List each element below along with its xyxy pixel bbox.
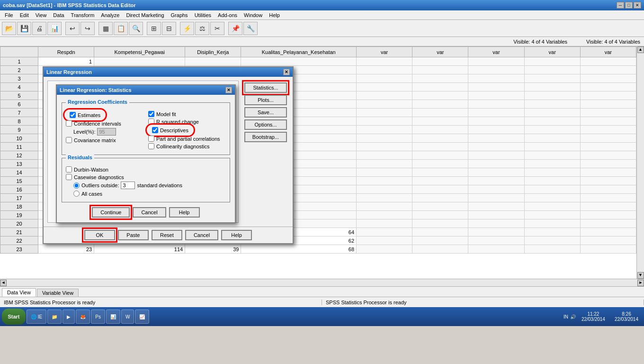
stats-close-button[interactable]: ✕: [225, 87, 232, 93]
collinearity-checkbox[interactable]: [148, 143, 154, 149]
stats-dialog-title: Linear Regression: Statistics ✕: [57, 85, 235, 95]
estimates-checkbox-wrapper: Estimates: [66, 111, 104, 119]
all-cases-radio[interactable]: [73, 191, 80, 197]
stats-dialog-buttons: Continue Cancel Help: [62, 207, 230, 218]
lr-dialog-title: Linear Regression ✕: [44, 67, 293, 77]
r-squared-checkbox[interactable]: [148, 118, 154, 125]
lr-ok-button[interactable]: OK: [84, 230, 115, 240]
dialog-overlay: Linear Regression ✕ Statistics... Plots.…: [0, 0, 644, 364]
part-partial-checkbox[interactable]: [148, 136, 154, 142]
all-cases-label: All cases: [81, 191, 102, 197]
lr-cancel-button[interactable]: Cancel: [185, 230, 218, 240]
regression-coeff-label: Regression Coefficients: [66, 99, 129, 105]
estimates-label: Estimates: [78, 112, 100, 118]
confidence-intervals-label: Confidence intervals: [74, 121, 121, 127]
outliers-radio[interactable]: [73, 182, 80, 189]
regression-coefficients-group: Regression Coefficients Estimates Confid…: [62, 102, 230, 155]
descriptives-checkbox-wrapper: Descriptives: [148, 126, 192, 134]
statistics-dialog: Linear Regression: Statistics ✕ Regressi…: [56, 84, 236, 223]
level-input[interactable]: [97, 128, 116, 136]
bootstrap-button[interactable]: Bootstrap...: [244, 132, 287, 142]
residuals-label: Residuals: [66, 155, 94, 160]
plots-button[interactable]: Plots...: [244, 95, 287, 105]
lr-paste-button[interactable]: Paste: [118, 230, 149, 240]
covariance-matrix-label: Covariance matrix: [74, 137, 116, 143]
level-label: Level(%):: [73, 129, 95, 135]
estimates-checkbox[interactable]: [70, 112, 76, 118]
part-partial-label: Part and partial correlations: [156, 136, 220, 142]
r-squared-label: R squared change: [156, 119, 199, 125]
lr-reset-button[interactable]: Reset: [152, 230, 182, 240]
options-button[interactable]: Options...: [244, 119, 287, 130]
stats-cancel-button[interactable]: Cancel: [133, 207, 166, 218]
casewise-label: Casewise diagnostics: [74, 174, 124, 180]
save-button[interactable]: Save...: [244, 107, 287, 118]
continue-button[interactable]: Continue: [92, 207, 130, 218]
stats-help-button[interactable]: Help: [169, 207, 200, 218]
outliers-label: Outliers outside:: [81, 182, 119, 188]
descriptives-checkbox[interactable]: [152, 127, 158, 133]
outliers-value-input[interactable]: [121, 182, 135, 189]
lr-close-button[interactable]: ✕: [283, 69, 290, 75]
descriptives-label: Descriptives: [160, 127, 188, 133]
casewise-checkbox[interactable]: [66, 174, 72, 180]
statistics-button[interactable]: Statistics...: [244, 82, 287, 93]
durbin-watson-label: Durbin-Watson: [74, 167, 108, 173]
lr-right-buttons: Statistics... Plots... Save... Options..…: [242, 81, 289, 223]
confidence-intervals-checkbox[interactable]: [66, 120, 72, 127]
model-fit-checkbox[interactable]: [148, 111, 154, 117]
collinearity-label: Collinearity diagnostics: [156, 144, 210, 149]
durbin-watson-checkbox[interactable]: [66, 166, 72, 173]
covariance-matrix-checkbox[interactable]: [66, 137, 72, 143]
std-dev-label: standard deviations: [137, 182, 182, 188]
residuals-group: Residuals Durbin-Watson Casewise diagnos…: [62, 158, 230, 202]
lr-help-button[interactable]: Help: [221, 230, 252, 240]
model-fit-label: Model fit: [156, 111, 176, 117]
